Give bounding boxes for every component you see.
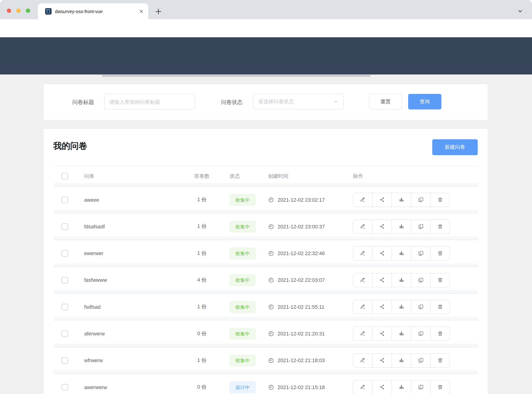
edit-button[interactable] xyxy=(353,327,372,340)
copy-button[interactable] xyxy=(411,193,430,207)
copy-button[interactable] xyxy=(411,300,430,314)
tab-close-icon[interactable] xyxy=(138,8,144,14)
edit-button[interactable] xyxy=(353,380,372,394)
row-checkbox[interactable] xyxy=(61,384,68,390)
share-alt-button[interactable] xyxy=(372,273,392,287)
survey-name: aweee xyxy=(76,197,183,203)
search-button[interactable]: 查询 xyxy=(408,94,442,110)
tab-search-chevron-icon[interactable] xyxy=(517,8,523,14)
table-header-row: 问卷 答卷数 状态 创建时间 操作 xyxy=(53,166,478,187)
survey-table: 问卷 答卷数 状态 创建时间 操作 aweee 1 份 收集中 2021-12-… xyxy=(53,166,478,394)
row-checkbox[interactable] xyxy=(61,303,68,310)
survey-name: fasfwwww xyxy=(76,277,183,283)
share-alt-button[interactable] xyxy=(372,193,392,207)
survey-title-label: 问卷标题 xyxy=(72,99,94,106)
stats-chart-button[interactable] xyxy=(392,380,411,394)
column-header-survey: 问卷 xyxy=(76,173,183,179)
clock-icon xyxy=(268,357,274,363)
clock-icon xyxy=(268,384,274,390)
stats-chart-button[interactable] xyxy=(392,353,411,367)
copy-button[interactable] xyxy=(411,353,430,367)
edit-button[interactable] xyxy=(353,246,372,260)
status-badge: 设计中 xyxy=(230,381,255,393)
created-time: 2021-12-02 23:00:37 xyxy=(277,224,325,230)
status-badge: 收集中 xyxy=(230,301,255,312)
menu-scrollbar[interactable] xyxy=(102,75,370,77)
response-count: 1 份 xyxy=(183,304,220,310)
edit-button[interactable] xyxy=(353,273,372,287)
edit-button[interactable] xyxy=(353,193,372,207)
survey-name: ewerwer xyxy=(76,250,183,256)
status-badge: 收集中 xyxy=(230,248,255,259)
share-alt-button[interactable] xyxy=(372,246,392,260)
response-count: 1 份 xyxy=(183,223,220,230)
row-checkbox[interactable] xyxy=(61,250,68,257)
table-row: ewerwer 1 份 收集中 2021-12-02 22:32:46 xyxy=(53,240,478,267)
survey-status-select[interactable]: 请选择问卷状态 xyxy=(253,94,344,110)
share-alt-button[interactable] xyxy=(372,353,392,367)
created-time: 2021-12-02 21:20:31 xyxy=(277,331,325,337)
row-actions xyxy=(353,192,450,207)
create-survey-button[interactable]: 新建问卷 xyxy=(432,139,478,155)
edit-button[interactable] xyxy=(353,353,372,367)
stats-chart-button[interactable] xyxy=(392,300,411,314)
row-checkbox[interactable] xyxy=(61,196,68,203)
row-checkbox[interactable] xyxy=(61,357,68,364)
edit-button[interactable] xyxy=(353,300,372,314)
column-header-actions: 操作 xyxy=(346,173,478,179)
stats-chart-button[interactable] xyxy=(392,220,411,233)
stats-chart-button[interactable] xyxy=(392,273,411,287)
delete-button[interactable] xyxy=(430,246,449,260)
filter-panel: 问卷标题 问卷状态 请选择问卷状态 重置 查询 xyxy=(44,84,488,120)
response-count: 0 份 xyxy=(183,384,220,390)
share-alt-button[interactable] xyxy=(372,380,392,394)
share-alt-button[interactable] xyxy=(372,327,392,340)
window-close-button[interactable] xyxy=(7,8,11,13)
new-tab-button[interactable] xyxy=(154,7,163,16)
stats-chart-button[interactable] xyxy=(392,327,411,340)
delete-button[interactable] xyxy=(430,193,449,207)
copy-button[interactable] xyxy=(411,273,430,287)
row-checkbox[interactable] xyxy=(61,330,68,337)
browser-tab[interactable]: dwsurvey-oss-front-vue xyxy=(38,3,148,19)
delete-button[interactable] xyxy=(430,220,449,233)
delete-button[interactable] xyxy=(430,327,449,340)
copy-button[interactable] xyxy=(411,246,430,260)
table-row: awerwerw 0 份 设计中 2021-12-02 21:15:18 xyxy=(53,374,478,394)
window-zoom-button[interactable] xyxy=(26,8,30,13)
table-row: aweee 1 份 收集中 2021-12-02 23:02:17 xyxy=(53,187,478,213)
share-alt-button[interactable] xyxy=(372,300,392,314)
clock-icon xyxy=(268,304,274,310)
page-title: 我的问卷 xyxy=(53,140,87,151)
survey-title-input[interactable] xyxy=(104,94,195,110)
column-header-status: 状态 xyxy=(220,173,261,179)
response-count: 1 份 xyxy=(183,250,220,256)
row-checkbox[interactable] xyxy=(61,277,68,283)
copy-button[interactable] xyxy=(411,327,430,340)
status-badge: 收集中 xyxy=(230,194,255,205)
select-all-checkbox[interactable] xyxy=(61,173,68,180)
delete-button[interactable] xyxy=(430,353,449,367)
stats-chart-button[interactable] xyxy=(392,246,411,260)
survey-name: fsdfsad xyxy=(76,304,183,310)
row-checkbox[interactable] xyxy=(61,223,68,230)
survey-name: awerwerw xyxy=(76,384,183,390)
survey-name: aferwerw xyxy=(76,331,183,337)
delete-button[interactable] xyxy=(430,380,449,394)
reset-button[interactable]: 重置 xyxy=(369,94,402,110)
copy-button[interactable] xyxy=(411,380,430,394)
copy-button[interactable] xyxy=(411,220,430,233)
share-alt-button[interactable] xyxy=(372,220,392,233)
clock-icon xyxy=(268,197,274,203)
row-actions xyxy=(353,353,450,368)
table-body: aweee 1 份 收集中 2021-12-02 23:02:17 xyxy=(53,187,478,394)
stats-chart-button[interactable] xyxy=(392,193,411,207)
column-header-created: 创建时间 xyxy=(261,173,346,179)
survey-status-placeholder: 请选择问卷状态 xyxy=(258,98,333,105)
edit-button[interactable] xyxy=(353,220,372,233)
delete-button[interactable] xyxy=(430,300,449,314)
delete-button[interactable] xyxy=(430,273,449,287)
window-minimize-button[interactable] xyxy=(16,8,21,13)
survey-name: fdsafsadf xyxy=(76,224,183,230)
table-row: wfrwerw 1 份 收集中 2021-12-02 21:18:03 xyxy=(53,347,478,374)
